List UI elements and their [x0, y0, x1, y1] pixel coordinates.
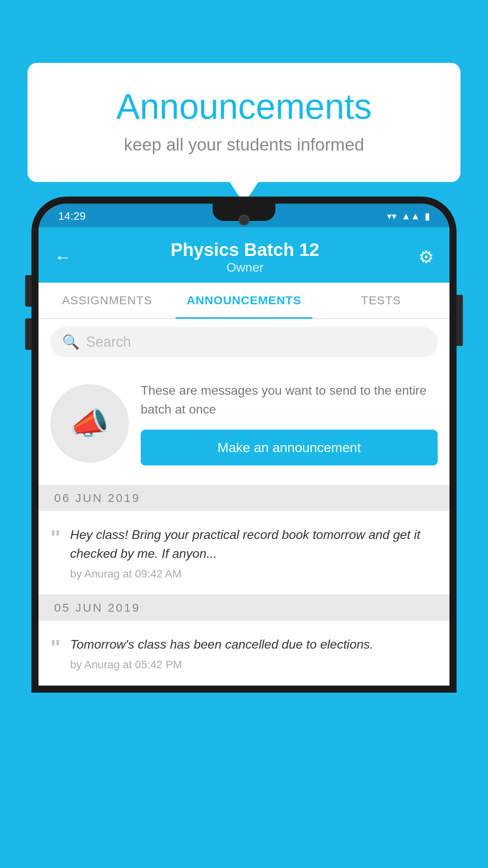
announcement-item-2[interactable]: " Tomorrow's class has been cancelled du…: [39, 621, 449, 686]
wifi-icon: ▾▾: [387, 211, 396, 222]
search-bar[interactable]: 🔍 Search: [50, 327, 438, 357]
settings-icon[interactable]: ⚙: [418, 247, 434, 267]
announcement-content-1: Hey class! Bring your practical record b…: [70, 525, 438, 580]
date-label-2: 05 JUN 2019: [54, 601, 140, 614]
tab-announcements[interactable]: ANNOUNCEMENTS: [176, 283, 313, 318]
tabs-bar: ASSIGNMENTS ANNOUNCEMENTS TESTS: [39, 283, 449, 319]
phone-frame: 14:29 ▾▾ ▲▲ ▮ ← Physics Batch 12 Owner ⚙: [31, 197, 457, 868]
phone-camera: [238, 215, 250, 226]
status-time: 14:29: [58, 210, 86, 223]
bubble-title: Announcements: [59, 86, 429, 127]
phone-outer: 14:29 ▾▾ ▲▲ ▮ ← Physics Batch 12 Owner ⚙: [31, 197, 457, 693]
date-divider-1: 06 JUN 2019: [39, 485, 449, 511]
promo-right: These are messages you want to send to t…: [141, 381, 438, 465]
header-subtitle: Owner: [171, 260, 319, 275]
header-title: Physics Batch 12: [171, 239, 319, 260]
header-center: Physics Batch 12 Owner: [171, 239, 319, 275]
volume-up-button: [25, 275, 31, 307]
speech-bubble: Announcements keep all your students inf…: [28, 63, 460, 182]
power-button: [457, 295, 463, 346]
status-icons: ▾▾ ▲▲ ▮: [387, 211, 430, 222]
phone-screen: 14:29 ▾▾ ▲▲ ▮ ← Physics Batch 12 Owner ⚙: [39, 204, 449, 686]
announcement-meta-1: by Anurag at 09:42 AM: [70, 568, 438, 580]
quote-icon-1: ": [50, 527, 61, 549]
speech-bubble-container: Announcements keep all your students inf…: [28, 63, 460, 182]
search-icon: 🔍: [62, 334, 80, 350]
date-label-1: 06 JUN 2019: [54, 491, 140, 504]
promo-description: These are messages you want to send to t…: [141, 381, 438, 419]
quote-icon-2: ": [50, 636, 61, 658]
announcement-text-2: Tomorrow's class has been cancelled due …: [70, 635, 438, 654]
tab-tests[interactable]: TESTS: [312, 283, 449, 318]
tab-assignments[interactable]: ASSIGNMENTS: [39, 283, 176, 318]
signal-icon: ▲▲: [401, 211, 420, 222]
search-container: 🔍 Search: [39, 319, 449, 365]
phone-notch: [213, 204, 275, 221]
date-divider-2: 05 JUN 2019: [39, 595, 449, 621]
announcement-text-1: Hey class! Bring your practical record b…: [70, 525, 438, 563]
app-header: ← Physics Batch 12 Owner ⚙: [39, 227, 449, 283]
make-announcement-button[interactable]: Make an announcement: [141, 430, 438, 465]
announcement-item-1[interactable]: " Hey class! Bring your practical record…: [39, 511, 449, 595]
promo-section: 📣 These are messages you want to send to…: [39, 365, 449, 485]
battery-icon: ▮: [425, 211, 430, 222]
back-button[interactable]: ←: [54, 247, 72, 267]
megaphone-icon: 📣: [70, 405, 109, 442]
bubble-subtitle: keep all your students informed: [59, 135, 429, 154]
announcement-content-2: Tomorrow's class has been cancelled due …: [70, 635, 438, 671]
megaphone-circle: 📣: [50, 384, 129, 463]
search-input[interactable]: Search: [86, 334, 131, 350]
announcement-meta-2: by Anurag at 05:42 PM: [70, 658, 438, 671]
volume-down-button: [25, 318, 31, 350]
